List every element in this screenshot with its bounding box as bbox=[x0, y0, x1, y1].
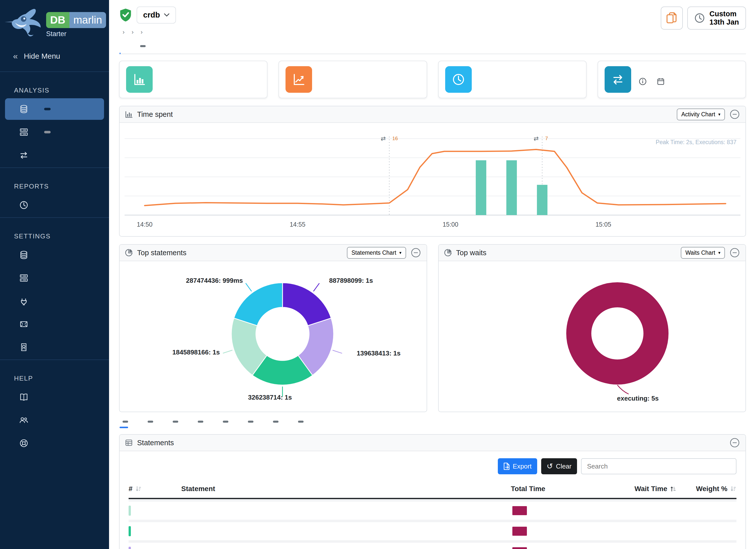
svg-text:15:05: 15:05 bbox=[596, 221, 611, 228]
metric-card-changes[interactable] bbox=[598, 61, 746, 98]
statement-id-cell bbox=[129, 506, 181, 516]
topbar: crdb ››› bbox=[109, 0, 756, 54]
sidebar-item-documentation[interactable] bbox=[5, 386, 104, 408]
chart-bars-icon bbox=[125, 111, 133, 118]
activity-chart-menu[interactable]: Activity Chart ▾ bbox=[677, 109, 725, 120]
sidebar-item-time-comparison[interactable] bbox=[5, 194, 104, 216]
statement-color-tick bbox=[129, 506, 131, 516]
breadcrumb-separator: › bbox=[141, 29, 143, 36]
copy-link-button[interactable] bbox=[661, 7, 683, 30]
sidebar-item-database-instances[interactable] bbox=[5, 98, 104, 120]
svg-text:16: 16 bbox=[392, 136, 398, 141]
detail-tab-changes[interactable] bbox=[295, 422, 304, 428]
search-input[interactable] bbox=[581, 458, 736, 474]
top-statements-panel: Top statements Statements Chart ▾ 887898… bbox=[119, 244, 427, 412]
waits-chart-menu[interactable]: Waits Chart ▾ bbox=[681, 247, 725, 259]
svg-text:7: 7 bbox=[545, 136, 548, 141]
info-circle-icon bbox=[639, 77, 647, 85]
collapse-panel-button[interactable] bbox=[729, 437, 740, 448]
time-range-button[interactable]: Custom 13th Jan bbox=[687, 7, 746, 30]
tab-badge bbox=[140, 45, 146, 47]
tab-host-metrics[interactable] bbox=[137, 44, 146, 54]
detail-tab-databases[interactable] bbox=[170, 422, 178, 428]
column-header-total-time[interactable]: Total Time bbox=[511, 485, 586, 493]
statement-id-cell bbox=[129, 547, 181, 549]
column-header-wait-time[interactable]: Wait Time bbox=[586, 485, 676, 493]
app-root: DB marlin Starter « Hide Menu ANALYSIS bbox=[0, 0, 756, 549]
line-chart-icon bbox=[286, 66, 312, 93]
sidebar-sections: ANALYSIS REPORTS SETTINGS bbox=[0, 71, 109, 454]
sidebar: DB marlin Starter « Hide Menu ANALYSIS bbox=[0, 0, 109, 549]
detail-tab-clients[interactable] bbox=[220, 422, 228, 428]
statements-chart-menu[interactable]: Statements Chart ▾ bbox=[347, 247, 406, 259]
collapse-panel-button[interactable] bbox=[411, 247, 421, 258]
metric-card-average-time[interactable] bbox=[438, 61, 587, 98]
server-icon bbox=[19, 128, 29, 137]
marlin-fish-icon bbox=[4, 7, 46, 39]
column-header-id[interactable]: # bbox=[129, 485, 181, 493]
dbmarlin-logo: DB marlin bbox=[46, 12, 106, 28]
tab-database-statistics[interactable] bbox=[162, 44, 163, 54]
column-header-statement[interactable]: Statement bbox=[181, 485, 511, 493]
metric-card-db-time[interactable] bbox=[119, 61, 267, 98]
top-waits-panel: Top waits Waits Chart ▾ executing: 5s bbox=[438, 244, 746, 412]
donut-slice-label: executing: 5s bbox=[617, 395, 659, 402]
sidebar-item-hosts[interactable] bbox=[5, 121, 104, 143]
sidebar-item-change-history[interactable] bbox=[5, 144, 104, 166]
total-time-cell bbox=[511, 547, 586, 549]
waits-donut-chart[interactable]: executing: 5s bbox=[439, 261, 746, 412]
total-time-bar bbox=[512, 547, 527, 549]
total-time-cell bbox=[511, 527, 586, 536]
tab-database-activity[interactable] bbox=[120, 44, 121, 54]
export-label: Export bbox=[513, 463, 532, 470]
activity-chart[interactable]: Peak Time: 2s, Executions: 837 ⇄16⇄714:5… bbox=[120, 123, 745, 236]
plan-tier-label: Starter bbox=[46, 30, 106, 38]
detail-tab-statements[interactable] bbox=[120, 422, 128, 428]
clear-label: Clear bbox=[556, 463, 572, 470]
table-row bbox=[129, 540, 736, 549]
sidebar-item-hosts[interactable] bbox=[5, 267, 104, 289]
donut-slice-label: 326238714: 1s bbox=[230, 394, 310, 401]
collapse-chevrons-icon: « bbox=[13, 51, 18, 61]
table-row bbox=[129, 520, 736, 540]
donut-slice-label: 287474436: 999ms bbox=[145, 277, 243, 285]
chevron-down-icon bbox=[164, 13, 169, 17]
sidebar-item-support[interactable] bbox=[5, 432, 104, 454]
panel-title: Top statements bbox=[137, 249, 186, 257]
svg-text:14:50: 14:50 bbox=[137, 221, 153, 228]
statements-donut-chart[interactable]: 887898099: 1s139638413: 1s326238714: 1s1… bbox=[120, 261, 427, 412]
sidebar-item-event-types[interactable] bbox=[5, 313, 104, 335]
support-icon bbox=[19, 439, 29, 448]
metric-card-executions[interactable] bbox=[278, 61, 427, 98]
detail-tab-sessions[interactable] bbox=[195, 422, 203, 428]
statements-chart-menu-label: Statements Chart bbox=[351, 249, 396, 256]
sidebar-item-licences[interactable] bbox=[5, 336, 104, 358]
instance-name: crdb bbox=[143, 11, 160, 20]
sidebar-item-integrations[interactable] bbox=[5, 290, 104, 312]
undo-icon: ↺ bbox=[547, 463, 553, 470]
table-header-row: # Statement Total Time Wait Time Weight … bbox=[129, 480, 736, 499]
donut-slice-label: 887898099: 1s bbox=[329, 277, 373, 285]
brand-logo: DB marlin Starter bbox=[0, 0, 109, 41]
content: Time spent Activity Chart ▾ Peak Time: 2… bbox=[109, 54, 756, 549]
swap-icon bbox=[19, 151, 29, 160]
clock-icon bbox=[445, 66, 472, 93]
sidebar-section-title: ANALYSIS bbox=[0, 72, 109, 97]
detail-tabs bbox=[119, 422, 746, 428]
sidebar-item-badge bbox=[44, 131, 51, 133]
hide-menu-button[interactable]: « Hide Menu bbox=[0, 41, 109, 71]
detail-tab-programs[interactable] bbox=[270, 422, 278, 428]
column-header-weight[interactable]: Weight % bbox=[676, 485, 736, 493]
collapse-panel-button[interactable] bbox=[729, 247, 740, 258]
sidebar-item-community[interactable] bbox=[5, 409, 104, 431]
detail-tab-waits[interactable] bbox=[145, 422, 153, 428]
logo-db: DB bbox=[46, 12, 69, 28]
detail-tab-users[interactable] bbox=[245, 422, 253, 428]
sidebar-item-database-instances[interactable] bbox=[5, 244, 104, 266]
collapse-panel-button[interactable] bbox=[729, 109, 740, 120]
instance-selector[interactable]: crdb bbox=[137, 7, 176, 24]
export-button[interactable]: Export bbox=[498, 458, 537, 474]
time-range-line2: 13th Jan bbox=[709, 18, 739, 26]
table-row bbox=[129, 499, 736, 520]
clear-button[interactable]: ↺ Clear bbox=[541, 458, 577, 474]
